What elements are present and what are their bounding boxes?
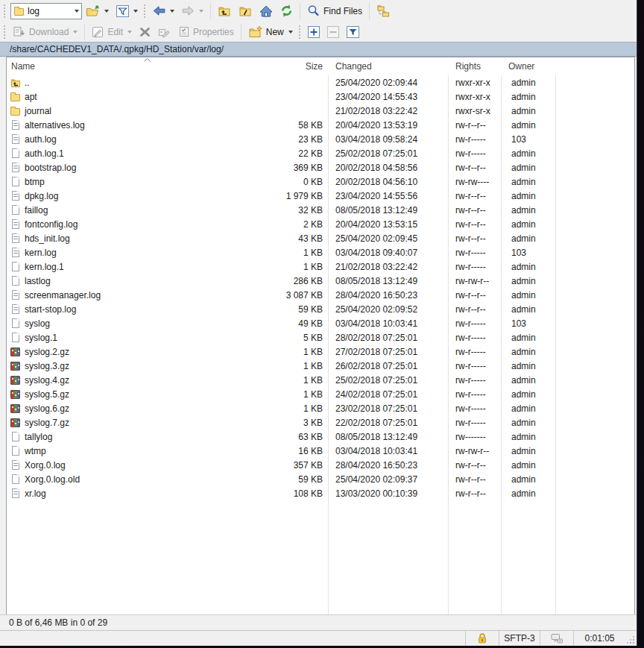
new-button[interactable]: New — [244, 23, 297, 40]
forward-button[interactable] — [178, 4, 207, 18]
delete-button[interactable] — [136, 25, 154, 40]
table-row[interactable]: auth.log.122 KB25/02/2018 07:25:01rw-r--… — [7, 146, 634, 160]
parent-directory-button[interactable] — [214, 3, 235, 19]
refresh-button[interactable] — [277, 2, 297, 19]
table-row[interactable]: apt23/04/2020 14:55:43rwxr-xr-xadmin — [7, 89, 634, 104]
remove-filter-button[interactable] — [323, 24, 343, 40]
file-size: 58 KB — [260, 120, 328, 130]
find-files-button[interactable]: Find Files — [303, 2, 366, 19]
edit-dropdown[interactable] — [127, 31, 132, 34]
folder-icon — [10, 105, 21, 116]
file-changed: 03/04/2018 09:58:24 — [328, 134, 448, 145]
table-row[interactable]: ..25/04/2020 02:09:44rwxr-xr-xadmin — [7, 75, 634, 89]
directory-tree-button[interactable] — [373, 2, 394, 19]
table-row[interactable]: syslog.15 KB28/02/2018 07:25:01rw-r-----… — [7, 330, 634, 345]
window-resize-grip[interactable] — [625, 631, 637, 646]
directory-combo-dropdown[interactable] — [71, 4, 81, 19]
column-header-size[interactable]: Size — [260, 61, 328, 72]
table-row[interactable]: Xorg.0.log357 KB28/04/2020 16:50:23rw-r-… — [7, 458, 634, 472]
new-dropdown[interactable] — [288, 31, 293, 34]
column-header-name[interactable]: Name — [7, 61, 260, 72]
forward-dropdown[interactable] — [199, 10, 203, 13]
edit-button[interactable]: Edit — [88, 24, 136, 40]
encryption-segment[interactable] — [465, 631, 499, 646]
file-name: syslog — [25, 318, 50, 329]
file-changed: 25/02/2018 07:25:01 — [328, 148, 448, 159]
archive-icon — [10, 346, 21, 357]
column-header-rights[interactable]: Rights — [448, 61, 501, 72]
selection-summary: 0 B of 6,46 MB in 0 of 29 — [9, 617, 107, 628]
root-directory-button[interactable] — [235, 3, 256, 19]
properties-button[interactable]: Properties — [174, 24, 238, 40]
address-bar[interactable]: /share/CACHEDEV1_DATA/.qpkg/HD_Station/v… — [0, 42, 637, 57]
table-row[interactable]: bootstrap.log369 KB20/02/2018 04:58:56rw… — [7, 160, 634, 174]
table-row[interactable]: dpkg.log1 979 KB23/04/2020 14:55:56rw-r-… — [7, 189, 634, 203]
file-rights: rw-r--r-- — [448, 304, 501, 315]
table-row[interactable]: syslog.7.gz3 KB22/02/2018 07:25:01rw-r--… — [7, 415, 634, 430]
column-header-owner[interactable]: Owner — [501, 61, 555, 72]
back-dropdown[interactable] — [170, 10, 174, 13]
table-row[interactable]: syslog49 KB03/04/2018 10:03:41rw-r-----1… — [7, 316, 634, 330]
table-row[interactable]: btmp0 KB20/02/2018 04:56:10rw-rw----admi… — [7, 174, 634, 189]
table-row[interactable]: screenmanager.log3 087 KB28/04/2020 16:5… — [7, 288, 634, 302]
table-row[interactable]: syslog.5.gz1 KB24/02/2018 07:25:01rw-r--… — [7, 387, 634, 401]
parent-folder-icon — [10, 77, 21, 88]
file-name: fontconfig.log — [25, 219, 78, 230]
home-button[interactable] — [256, 3, 277, 19]
table-row[interactable]: kern.log.11 KB21/02/2018 03:22:42rw-r---… — [7, 259, 634, 274]
file-list: ..25/04/2020 02:09:44rwxr-xr-xadminapt23… — [7, 75, 634, 500]
file-owner: admin — [501, 177, 555, 187]
table-row[interactable]: syslog.3.gz1 KB26/02/2018 07:25:01rw-r--… — [7, 359, 634, 373]
table-row[interactable]: faillog32 KB08/05/2018 13:12:49rw-r--r--… — [7, 203, 634, 217]
open-directory-dropdown[interactable] — [104, 10, 109, 13]
table-row[interactable]: tallylog63 KB08/05/2018 13:12:49rw------… — [7, 430, 634, 444]
table-row[interactable]: wtmp16 KB03/04/2018 10:03:41rw-rw-r--adm… — [7, 444, 634, 458]
file-size: 1 KB — [260, 248, 328, 258]
filter-button[interactable] — [113, 3, 142, 19]
table-row[interactable]: syslog.2.gz1 KB27/02/2018 07:25:01rw-r--… — [7, 345, 634, 359]
file-changed: 26/02/2018 07:25:01 — [328, 361, 448, 371]
download-button[interactable]: Download — [9, 24, 81, 40]
download-dropdown[interactable] — [73, 31, 78, 34]
file-rights: rw-r--r-- — [448, 460, 501, 471]
table-row[interactable]: hds_init.log43 KB25/04/2020 02:09:45rw-r… — [7, 231, 634, 245]
forward-arrow-icon — [182, 6, 195, 16]
session-duration-segment[interactable]: 0:01:05 — [573, 631, 625, 646]
toolbar-grip[interactable] — [298, 25, 301, 40]
add-filter-button[interactable] — [304, 24, 323, 40]
table-row[interactable]: fontconfig.log2 KB20/04/2020 13:53:15rw-… — [7, 217, 634, 231]
file-rights: rw-r----- — [448, 418, 501, 428]
table-row[interactable]: journal21/02/2018 03:22:42rwxr-sr-xadmin — [7, 104, 634, 118]
table-row[interactable]: xr.log108 KB13/03/2020 00:10:39rw-r--r--… — [7, 486, 634, 500]
toolbar-grip[interactable] — [3, 25, 6, 40]
file-owner: admin — [501, 219, 555, 230]
column-header-changed[interactable]: Changed — [328, 61, 448, 72]
server-segment[interactable] — [540, 631, 573, 646]
file-lines-icon — [10, 247, 21, 258]
toolbar-grip[interactable] — [143, 4, 146, 19]
table-row[interactable]: alternatives.log58 KB20/04/2020 13:53:19… — [7, 118, 634, 132]
table-row[interactable]: syslog.6.gz1 KB23/02/2018 07:25:01rw-r--… — [7, 401, 634, 415]
filter-list-button[interactable] — [343, 24, 363, 40]
file-size: 1 KB — [260, 262, 328, 272]
table-row[interactable]: lastlog286 KB08/05/2018 13:12:49rw-rw-r-… — [7, 274, 634, 288]
file-size: 23 KB — [260, 134, 328, 145]
file-name: dpkg.log — [25, 191, 58, 201]
directory-combo[interactable]: log — [10, 3, 82, 19]
file-changed: 25/04/2020 02:09:52 — [328, 304, 448, 315]
table-row[interactable]: Xorg.0.log.old59 KB25/04/2020 02:09:37rw… — [7, 472, 634, 486]
toolbar-grip[interactable] — [3, 4, 6, 19]
file-rights: rw-r----- — [448, 333, 501, 343]
table-row[interactable]: start-stop.log59 KB25/04/2020 02:09:52rw… — [7, 302, 634, 316]
table-row[interactable]: syslog.4.gz1 KB25/02/2018 07:25:01rw-r--… — [7, 373, 634, 387]
table-row[interactable]: kern.log1 KB03/04/2018 09:40:07rw-r-----… — [7, 245, 634, 259]
open-directory-button[interactable] — [82, 3, 113, 19]
file-rights: rw-r----- — [448, 134, 501, 145]
back-button[interactable] — [149, 4, 178, 18]
table-row[interactable]: auth.log23 KB03/04/2018 09:58:24rw-r----… — [7, 132, 634, 146]
file-name: journal — [25, 106, 51, 116]
filter-dropdown[interactable] — [133, 10, 138, 13]
protocol-segment[interactable]: SFTP-3 — [499, 631, 540, 646]
rename-button[interactable] — [154, 24, 174, 40]
winscp-window: log — [0, 0, 637, 646]
